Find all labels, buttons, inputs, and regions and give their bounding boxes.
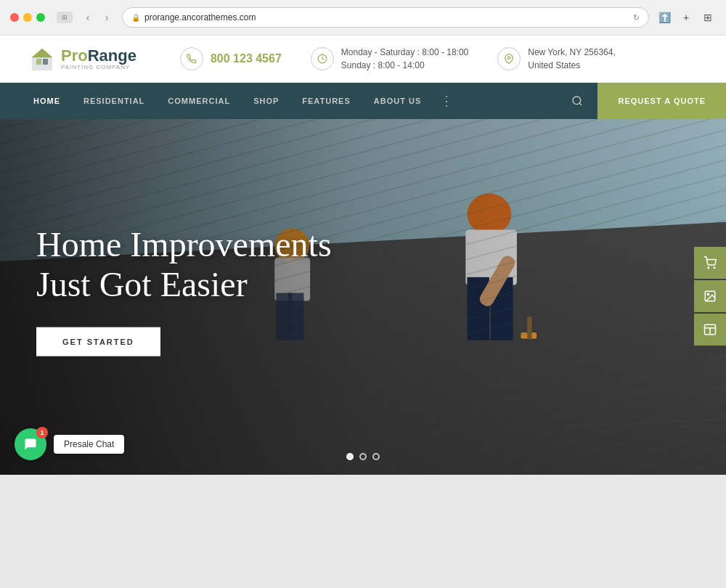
location-info: New York, NY 256364, United States xyxy=(497,46,616,72)
svg-rect-2 xyxy=(43,59,48,65)
phone-info: 800 123 4567 xyxy=(180,47,282,70)
toolbar-right: ⬆️ + ⊞ xyxy=(656,9,716,25)
svg-rect-1 xyxy=(36,59,41,65)
forward-button[interactable]: › xyxy=(99,9,115,25)
nav-item-shop[interactable]: SHOP xyxy=(242,83,290,119)
nav-item-home[interactable]: HOME xyxy=(22,83,72,119)
gallery-sidebar-icon[interactable] xyxy=(694,280,726,312)
svg-point-29 xyxy=(714,267,715,269)
lock-icon: 🔒 xyxy=(131,14,140,22)
chat-button[interactable]: 1 xyxy=(15,428,46,460)
chat-widget: 1 Presale Chat xyxy=(15,428,124,460)
nav-buttons: ‹ › xyxy=(80,9,115,25)
get-started-button[interactable]: GET STARTED xyxy=(36,327,160,356)
chat-label: Presale Chat xyxy=(54,435,124,454)
hours-text: Monday - Saturday : 8:00 - 18:00 Sunday … xyxy=(341,46,468,72)
grid-view-icon[interactable]: ⊞ xyxy=(57,12,73,23)
hours-info: Monday - Saturday : 8:00 - 18:00 Sunday … xyxy=(311,46,468,72)
nav-item-features[interactable]: FEATURES xyxy=(290,83,362,119)
svg-point-5 xyxy=(573,97,581,105)
hero-section: Home Improvements Just Got Easier GET ST… xyxy=(0,119,726,475)
minimize-button[interactable] xyxy=(23,13,32,22)
nav-item-commercial[interactable]: COMMERCIAL xyxy=(156,83,242,119)
logo-text: Pro Range PAINTING COMPANY xyxy=(61,47,136,71)
website-content: Pro Range PAINTING COMPANY 800 123 4567 xyxy=(0,36,726,475)
slider-dots xyxy=(346,453,380,460)
extensions-icon[interactable]: ⊞ xyxy=(700,9,716,25)
location-icon xyxy=(497,47,521,70)
close-button[interactable] xyxy=(10,13,19,22)
address-bar[interactable]: 🔒 prorange.ancorathemes.com ↻ xyxy=(122,7,649,28)
cart-sidebar-icon[interactable] xyxy=(694,247,726,279)
logo-house-icon xyxy=(29,46,55,72)
logo-subtitle: PAINTING COMPANY xyxy=(61,65,136,71)
top-header: Pro Range PAINTING COMPANY 800 123 4567 xyxy=(0,36,726,83)
url-text: prorange.ancorathemes.com xyxy=(144,12,256,23)
back-button[interactable]: ‹ xyxy=(80,9,96,25)
nav-item-about[interactable]: ABOUT US xyxy=(362,83,433,119)
svg-point-28 xyxy=(708,267,709,269)
logo-range: Range xyxy=(88,47,136,65)
window-controls: ⊞ xyxy=(57,12,73,23)
chat-badge: 1 xyxy=(36,427,48,438)
reload-icon[interactable]: ↻ xyxy=(633,13,640,23)
nav-items: HOME RESIDENTIAL COMMERCIAL SHOP FEATURE… xyxy=(0,83,557,119)
hero-title: Home Improvements Just Got Easier xyxy=(36,224,332,304)
logo-area: Pro Range PAINTING COMPANY xyxy=(29,46,136,72)
browser-window: ⊞ ‹ › 🔒 prorange.ancorathemes.com ↻ ⬆️ +… xyxy=(0,0,726,36)
slider-dot-1[interactable] xyxy=(346,453,354,460)
window-sidebar-icon[interactable] xyxy=(694,314,726,346)
request-quote-button[interactable]: REQUEST A QUOTE xyxy=(597,83,726,119)
share-icon[interactable]: ⬆️ xyxy=(656,9,672,25)
header-info: 800 123 4567 Monday - Saturday : 8:00 - … xyxy=(180,46,616,72)
traffic-lights xyxy=(10,13,45,22)
nav-search-button[interactable] xyxy=(557,83,597,119)
svg-point-31 xyxy=(707,293,709,295)
svg-point-4 xyxy=(508,57,511,60)
hero-content: Home Improvements Just Got Easier GET ST… xyxy=(36,224,332,356)
phone-number: 800 123 4567 xyxy=(211,52,282,65)
svg-rect-0 xyxy=(32,57,52,70)
main-navigation: HOME RESIDENTIAL COMMERCIAL SHOP FEATURE… xyxy=(0,83,726,119)
slider-dot-3[interactable] xyxy=(372,453,380,460)
phone-icon xyxy=(180,47,203,70)
sidebar-icons xyxy=(694,247,726,347)
clock-icon xyxy=(311,47,334,70)
add-tab-icon[interactable]: + xyxy=(678,9,694,25)
nav-more-button[interactable]: ⋮ xyxy=(433,83,460,119)
logo-pro: Pro xyxy=(61,47,88,65)
browser-titlebar: ⊞ ‹ › 🔒 prorange.ancorathemes.com ↻ ⬆️ +… xyxy=(0,0,726,36)
nav-item-residential[interactable]: RESIDENTIAL xyxy=(72,83,156,119)
fullscreen-button[interactable] xyxy=(36,13,45,22)
slider-dot-2[interactable] xyxy=(359,453,367,460)
location-text: New York, NY 256364, United States xyxy=(528,46,616,72)
